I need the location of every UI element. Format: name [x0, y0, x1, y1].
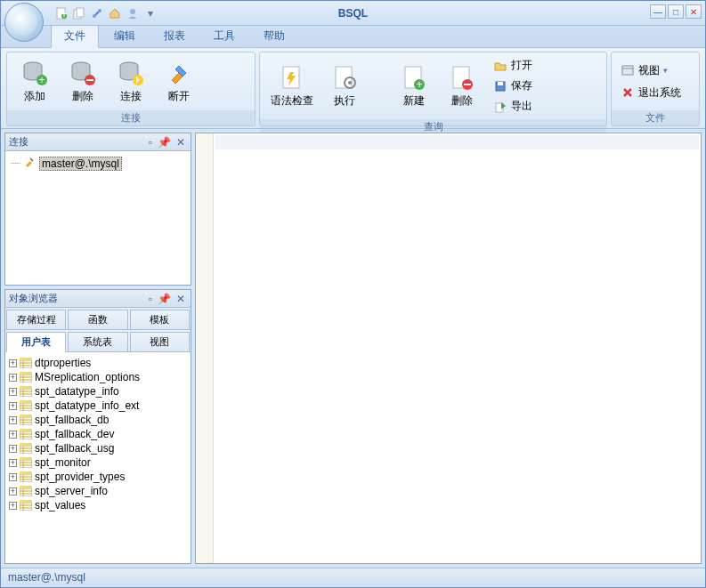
status-text: master@.\mysql [8, 571, 85, 584]
page-lightning-icon [278, 63, 306, 92]
app-menu-button[interactable] [4, 3, 44, 42]
list-item[interactable]: +spt_datatype_info_ext [7, 399, 189, 413]
panel-close-icon[interactable]: ✕ [174, 136, 187, 149]
table-name: dtproperties [35, 357, 91, 369]
list-item[interactable]: +dtproperties [7, 356, 189, 370]
connection-tree[interactable]: ┈┈ master@.\mysql [5, 151, 191, 285]
connect-button[interactable]: 连接 [109, 55, 153, 108]
expand-icon[interactable]: + [9, 487, 17, 495]
expand-icon[interactable]: + [9, 374, 17, 382]
titlebar: + ▾ BSQL — □ ✕ [1, 1, 705, 26]
list-item[interactable]: +spt_datatype_info [7, 384, 189, 399]
table-icon [20, 372, 32, 383]
tab-view[interactable]: 视图 [130, 332, 190, 351]
table-icon [20, 443, 32, 454]
panel-close-icon[interactable]: ✕ [174, 293, 187, 305]
qat-link-icon[interactable] [90, 6, 104, 20]
minimize-button[interactable]: — [650, 4, 666, 19]
ribbon-group-connection: + 添加 删除 连接 断开 连接 [6, 52, 256, 126]
svg-rect-60 [20, 415, 32, 417]
export-icon [493, 100, 507, 114]
expand-icon[interactable]: + [9, 359, 17, 367]
table-icon [20, 429, 32, 439]
plug-icon [23, 156, 36, 171]
execute-button[interactable]: 执行 [322, 60, 367, 112]
tab-template[interactable]: 模板 [130, 310, 190, 329]
tree-node-master[interactable]: ┈┈ master@.\mysql [9, 155, 187, 172]
delete-query-button[interactable]: 删除 [440, 60, 484, 112]
database-connect-icon [117, 59, 145, 87]
panel-dropdown-icon[interactable]: ▫ [147, 293, 154, 305]
tab-report[interactable]: 报表 [150, 24, 199, 47]
close-button[interactable]: ✕ [686, 4, 702, 19]
panel-pin-icon[interactable]: 📌 [156, 136, 173, 149]
list-item[interactable]: +spt_fallback_db [7, 413, 189, 427]
list-item[interactable]: +spt_fallback_dev [7, 427, 189, 441]
table-name: spt_server_info [35, 485, 108, 497]
list-item[interactable]: +spt_fallback_usg [7, 441, 189, 455]
qat-home-icon[interactable] [108, 6, 122, 20]
svg-rect-90 [20, 486, 32, 488]
save-button[interactable]: 保存 [490, 77, 536, 95]
qat-copy-icon[interactable] [72, 6, 86, 20]
editor-current-line [215, 135, 699, 149]
tab-file[interactable]: 文件 [51, 24, 99, 48]
expand-icon[interactable]: + [9, 402, 17, 410]
folder-open-icon [493, 59, 507, 73]
list-item[interactable]: +spt_values [7, 498, 189, 512]
expand-icon[interactable]: + [9, 416, 17, 424]
tab-system-table[interactable]: 系统表 [68, 332, 127, 351]
ribbon: + 添加 删除 连接 断开 连接 语法检查 [1, 47, 705, 129]
database-add-icon: + [20, 59, 49, 87]
list-item[interactable]: +MSreplication_options [7, 370, 189, 384]
qat-new-page-icon[interactable]: + [54, 6, 69, 20]
list-item[interactable]: +spt_server_info [7, 484, 189, 498]
qat-dropdown-icon[interactable]: ▾ [143, 6, 158, 20]
list-item[interactable]: +spt_provider_types [7, 470, 189, 484]
add-connection-button[interactable]: + 添加 [12, 55, 57, 108]
object-list[interactable]: +dtproperties+MSreplication_options+spt_… [5, 352, 191, 563]
list-item[interactable]: +spt_monitor [7, 455, 189, 470]
open-button[interactable]: 打开 [490, 56, 536, 75]
window-controls: — □ ✕ [650, 4, 702, 19]
view-label: 视图 [638, 63, 660, 78]
tree-label: master@.\mysql [39, 157, 122, 171]
delete-label: 删除 [72, 89, 93, 104]
table-icon [20, 486, 32, 496]
new-query-button[interactable]: + 新建 [392, 60, 436, 112]
sql-editor[interactable] [195, 133, 702, 564]
panel-dropdown-icon[interactable]: ▫ [147, 136, 154, 149]
expand-icon[interactable]: + [9, 431, 17, 439]
page-new-icon: + [400, 63, 428, 92]
svg-point-19 [348, 81, 352, 85]
svg-text:+: + [61, 8, 67, 20]
object-browser-header: 对象浏览器 ▫ 📌 ✕ [5, 290, 191, 308]
qat-user-icon[interactable] [126, 6, 140, 20]
syntax-check-button[interactable]: 语法检查 [265, 60, 319, 112]
tab-function[interactable]: 函数 [68, 310, 127, 329]
disconnect-button[interactable]: 断开 [157, 55, 201, 108]
svg-rect-4 [77, 8, 84, 17]
save-label: 保存 [511, 78, 532, 93]
view-button[interactable]: 视图 ▾ [617, 61, 694, 80]
maximize-button[interactable]: □ [668, 4, 684, 19]
app-title: BSQL [338, 7, 368, 20]
tab-tool[interactable]: 工具 [200, 24, 248, 47]
expand-icon[interactable]: + [9, 459, 17, 467]
tab-stored-proc[interactable]: 存储过程 [6, 310, 66, 329]
exit-button[interactable]: 退出系统 [617, 84, 694, 102]
tab-user-table[interactable]: 用户表 [6, 332, 66, 352]
status-bar: master@.\mysql [1, 568, 705, 585]
delete-connection-button[interactable]: 删除 [61, 55, 105, 108]
expand-icon[interactable]: + [9, 388, 17, 396]
svg-point-7 [130, 9, 135, 14]
table-name: spt_fallback_usg [35, 442, 114, 455]
expand-icon[interactable]: + [9, 473, 17, 481]
panel-pin-icon[interactable]: 📌 [156, 293, 173, 305]
object-browser-title: 对象浏览器 [9, 292, 58, 305]
export-button[interactable]: 导出 [490, 97, 536, 116]
expand-icon[interactable]: + [9, 502, 17, 510]
expand-icon[interactable]: + [9, 445, 17, 453]
tab-edit[interactable]: 编辑 [101, 24, 149, 47]
tab-help[interactable]: 帮助 [250, 24, 298, 47]
